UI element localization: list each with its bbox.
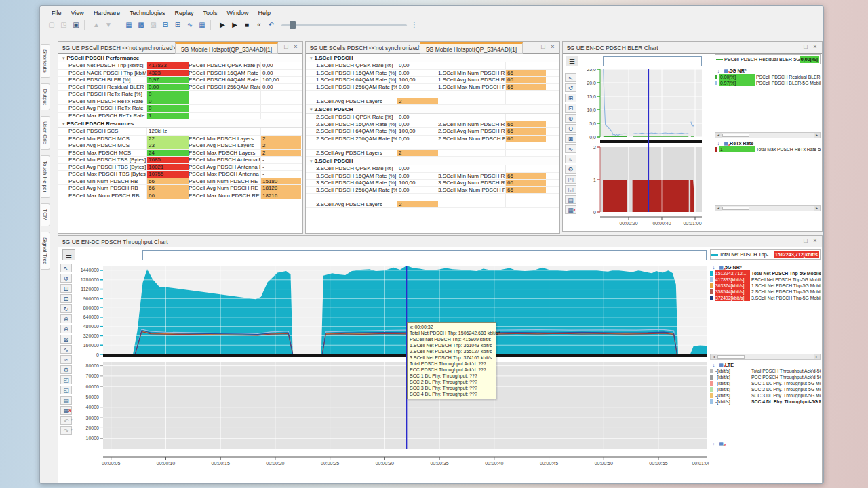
collapse-icon[interactable]: ▾ <box>62 56 65 60</box>
autoscale-once-icon[interactable]: ≈ <box>565 155 576 163</box>
maximize-button[interactable]: □ <box>538 43 548 52</box>
sort-down-icon[interactable]: ↓ <box>715 140 722 146</box>
step-forward-button[interactable]: ▶ <box>217 20 228 30</box>
minimize-button[interactable]: – <box>272 43 281 52</box>
clear-series-icon[interactable]: ▦x <box>722 140 730 146</box>
zoom-out-icon[interactable]: ⊖ <box>565 124 576 133</box>
maximize-button[interactable]: □ <box>281 43 291 52</box>
sort-down-icon[interactable]: ↓ <box>710 362 717 368</box>
menu-item-help[interactable]: Help <box>253 8 275 18</box>
replay-button[interactable]: ↶ <box>266 20 277 30</box>
maximize-button[interactable]: □ <box>801 43 810 52</box>
scroll-left-icon[interactable]: ◂ <box>711 354 717 359</box>
add-view-icon[interactable]: ⊞ <box>60 284 72 293</box>
legend-group-header[interactable]: ↓▦x5G NR* <box>715 67 821 74</box>
clear-series-icon[interactable]: ▦x <box>717 264 725 270</box>
bler-chart-plot[interactable]: 25,020,015,010,05,00,021000:00:2000:00:4… <box>580 69 705 231</box>
section-header[interactable]: ▾2.SCell PDSCH <box>306 105 559 114</box>
collapse-icon[interactable]: ▾ <box>310 107 313 112</box>
legend-group-header[interactable]: ↓▦xLTE <box>710 361 821 368</box>
legend-header[interactable]: PSCell PDSCH Residual BLER-5G ...0,00[%] <box>715 54 821 64</box>
undo-icon[interactable]: ↶▾ <box>60 416 72 425</box>
legend-entry[interactable]: 0,97[%]PSCell PDSCH BLER-5G Mobile Hotsp… <box>715 80 821 86</box>
clear-series-icon[interactable]: ▦x <box>722 68 730 74</box>
minimize-button[interactable]: – <box>529 43 538 52</box>
legend-entry[interactable]: -[kbit/s]SCC 2 DL Phy. Throughput-5G Mob… <box>710 386 821 392</box>
menu-item-technologies[interactable]: Technologies <box>125 8 170 18</box>
send-back-icon[interactable]: ◱ <box>60 386 72 394</box>
legend-entry[interactable]: -[kbit/s]SCC 4 DL Phy. Throughput-5G Mob… <box>710 399 821 405</box>
open-folder-button[interactable]: ◳ <box>58 20 69 30</box>
replay-speed-slider[interactable] <box>281 20 407 30</box>
cursor-icon[interactable]: ↖ <box>565 73 576 82</box>
remove-series-icon[interactable]: ▦x <box>565 205 576 214</box>
workspace-save-button[interactable]: ▩ <box>136 20 146 30</box>
save-button[interactable]: ▣ <box>71 20 81 30</box>
close-button[interactable]: × <box>548 43 557 52</box>
clear-series-icon[interactable]: ▦x <box>717 362 725 368</box>
scroll-right-icon[interactable]: ▸ <box>814 354 820 359</box>
legend-scrollbar[interactable]: ◂▸ <box>715 132 821 138</box>
zoom-in-icon[interactable]: ⊕ <box>60 314 72 323</box>
bler-chart-search-input[interactable] <box>603 56 702 66</box>
workspace-button[interactable]: ▦ <box>123 20 134 30</box>
section-header[interactable]: ▾PSCell PDSCH Performance <box>58 54 302 62</box>
pin-button[interactable]: ▲ <box>91 20 102 30</box>
bring-front-icon[interactable]: ◰ <box>565 175 576 184</box>
chart-settings-icon[interactable]: ⚙ <box>565 165 576 174</box>
legend-group-header[interactable]: ↓▦x <box>710 440 821 447</box>
signal-chart-button[interactable]: ∿ <box>184 20 195 30</box>
remove-series-icon[interactable]: ▦x <box>60 406 72 415</box>
scroll-left-icon[interactable]: ◂ <box>715 133 722 138</box>
menu-item-tools[interactable]: Tools <box>198 8 222 18</box>
measure-setup-button[interactable]: ⊞ <box>172 20 183 30</box>
tab-mobile-hotspot[interactable]: 5G Mobile Hotspot(QP_53A4AD)[1] <box>420 42 523 54</box>
scroll-right-icon[interactable]: ▸ <box>814 133 820 138</box>
undo-zoom-icon[interactable]: ↺ <box>565 83 576 92</box>
side-tab-touch-helper[interactable]: Touch Helper <box>41 155 50 198</box>
collapse-icon[interactable]: ▾ <box>310 159 313 163</box>
zoom-fit-icon[interactable]: ⊠ <box>60 335 72 344</box>
minimize-button[interactable]: – <box>791 43 801 52</box>
side-tab-user-grid[interactable]: User Grid <box>41 116 50 150</box>
menu-item-hardware[interactable]: Hardware <box>89 8 125 18</box>
layout-button[interactable]: ▨ <box>148 20 159 30</box>
chart-menu-icon[interactable]: ☰ <box>62 249 75 260</box>
autoscale-once-icon[interactable]: ≈ <box>60 355 72 364</box>
legend-entry[interactable]: 358544[kbit/s]2.SCell Net PDSCH Thp-5G M… <box>710 289 821 295</box>
chart-menu-icon[interactable]: ☰ <box>566 56 578 66</box>
side-tab-signal-tree[interactable]: Signal Tree <box>41 232 50 270</box>
maximize-button[interactable]: □ <box>801 237 810 245</box>
legend-entry[interactable]: 417833[kbit/s]PSCell Net PDSCH Thp-5G Mo… <box>710 277 821 283</box>
toolbar-overflow-icon[interactable]: ⋮ <box>411 21 418 28</box>
legend-entry[interactable]: 372492[kbit/s]3.SCell Net PDSCH Thp-5G M… <box>710 295 821 301</box>
add-view-icon[interactable]: ⊞ <box>565 94 576 102</box>
autoscale-icon[interactable]: ∿ <box>565 144 576 153</box>
tab-mobile-hotspot[interactable]: 5G Mobile Hotspot(QP_53A4AD)[1] <box>175 42 278 54</box>
sort-down-icon[interactable]: ↓ <box>715 68 722 74</box>
clear-series-icon[interactable]: ▦x <box>717 441 725 447</box>
zoom-window-icon[interactable]: ⊡ <box>60 294 72 303</box>
side-tab-output[interactable]: Output <box>41 83 50 110</box>
side-tab-tcm[interactable]: TCM <box>41 203 50 226</box>
unpin-button[interactable]: ▼ <box>103 20 114 30</box>
collapse-icon[interactable]: ▾ <box>62 121 65 126</box>
throughput-chart-search-input[interactable] <box>142 250 707 260</box>
section-header[interactable]: ▾3.SCell PDSCH <box>306 157 559 165</box>
legend-entry[interactable]: 1Total Max PDSCH ReTx Rate-5G Mobile <box>715 146 821 152</box>
undo-zoom-icon[interactable]: ↺ <box>60 274 72 283</box>
legend-scrollbar[interactable]: ◂▸ <box>710 354 821 360</box>
legend-entry[interactable]: 1512243,712...Total Net PDSCH Thp-5G Mob… <box>710 270 821 277</box>
scroll-left-icon[interactable]: ◂ <box>715 206 722 211</box>
legend-entry[interactable]: 363374[kbit/s]1.SCell Net PDSCH Thp-5G M… <box>710 283 821 289</box>
bring-front-icon[interactable]: ◰ <box>60 375 72 384</box>
legend-group-header[interactable]: ↓▦xReTx Rate <box>715 140 821 146</box>
legend-entry[interactable]: -[kbit/s]Total PDSCH Throughput Ack'd-5G… <box>710 368 821 374</box>
throughput-chart-plot[interactable]: 1440000128000011200009600008000006400004… <box>75 266 709 469</box>
redo-zoom-icon[interactable]: ↻ <box>60 304 72 313</box>
play-button[interactable]: ▶ <box>229 20 240 30</box>
menu-item-file[interactable]: File <box>47 8 66 18</box>
scroll-right-icon[interactable]: ▸ <box>814 206 820 211</box>
zoom-fit-icon[interactable]: ⊠ <box>565 134 576 143</box>
close-button[interactable]: × <box>291 43 300 52</box>
